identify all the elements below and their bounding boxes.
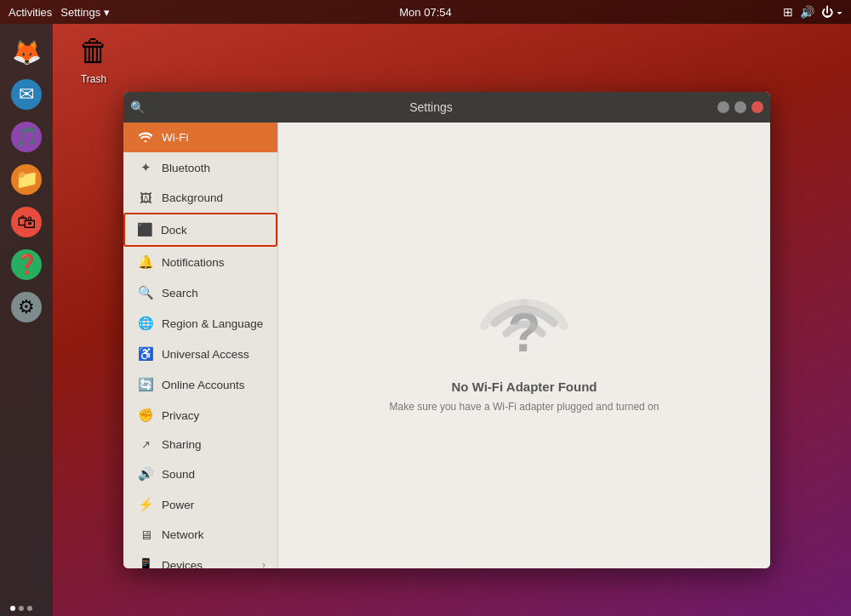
accounts-icon: 🔄 — [138, 377, 153, 392]
wifi-icon — [138, 130, 153, 145]
bluetooth-icon: ✦ — [138, 160, 153, 175]
topbar-right: ⊞ 🔊 ⏻ ▾ — [783, 5, 842, 19]
dot-1 — [10, 606, 15, 611]
search-icon[interactable]: 🔍 — [130, 100, 145, 114]
sidebar-item-network[interactable]: 🖥 Network — [123, 520, 277, 550]
settings-sidebar: Wi-Fi ✦ Bluetooth 🖼 Background ⬛ Dock 🔔 … — [123, 123, 278, 568]
sidebar-dock-label: Dock — [161, 224, 264, 237]
dock-item-mail[interactable]: ✉ — [7, 75, 46, 114]
window-controls — [717, 101, 763, 113]
desktop-icon-trash[interactable]: 🗑 Trash — [60, 24, 128, 92]
network-status-icon[interactable]: ⊞ — [783, 5, 793, 19]
sidebar-search-label: Search — [162, 287, 266, 299]
sidebar-item-sharing[interactable]: ↗ Sharing — [123, 431, 277, 459]
search-sidebar-icon: 🔍 — [138, 285, 153, 300]
taskbar-dots — [10, 606, 32, 611]
dock-icon: ⬛ — [137, 222, 152, 237]
dot-2 — [19, 606, 24, 611]
topbar-left: Activities Settings ▾ — [9, 6, 110, 19]
sidebar-item-sound[interactable]: 🔊 Sound — [123, 459, 277, 489]
sidebar-item-accounts[interactable]: 🔄 Online Accounts — [123, 369, 277, 400]
sidebar-sharing-label: Sharing — [162, 438, 266, 451]
sidebar-item-search[interactable]: 🔍 Search — [123, 277, 277, 308]
sidebar-region-label: Region & Language — [162, 317, 266, 330]
topbar: Activities Settings ▾ Mon 07:54 ⊞ 🔊 ⏻ ▾ — [0, 0, 851, 24]
dock-item-music[interactable]: 🎵 — [7, 117, 46, 157]
sidebar-item-wifi[interactable]: Wi-Fi — [123, 123, 277, 152]
trash-icon: 🗑 — [73, 31, 114, 71]
desktop-icons: 🗑 Trash — [60, 24, 128, 92]
sidebar-item-notifications[interactable]: 🔔 Notifications — [123, 247, 277, 277]
title-bar: 🔍 Settings — [123, 92, 770, 123]
settings-window: 🔍 Settings Wi-Fi ✦ Bluetooth 🖼 Backg — [123, 92, 770, 568]
settings-menu[interactable]: Settings ▾ — [60, 6, 110, 19]
sidebar-privacy-label: Privacy — [162, 409, 266, 422]
devices-arrow: › — [262, 559, 266, 568]
sidebar-item-bluetooth[interactable]: ✦ Bluetooth — [123, 152, 277, 183]
settings-content: ? No Wi-Fi Adapter Found Make sure you h… — [278, 123, 770, 568]
devices-icon: 📱 — [138, 557, 153, 568]
sidebar-network-label: Network — [162, 528, 266, 541]
sidebar-devices-label: Devices — [162, 559, 254, 569]
sound-icon: 🔊 — [138, 466, 153, 482]
no-wifi-subtitle: Make sure you have a Wi-Fi adapter plugg… — [390, 401, 660, 413]
minimize-button[interactable] — [717, 101, 729, 113]
sidebar-sound-label: Sound — [162, 468, 266, 481]
power-icon: ⚡ — [138, 497, 153, 512]
trash-label: Trash — [81, 73, 106, 85]
power-menu-icon[interactable]: ⏻ ▾ — [821, 5, 842, 19]
sidebar-item-region[interactable]: 🌐 Region & Language — [123, 308, 277, 339]
dock-item-firefox[interactable]: 🦊 — [7, 32, 46, 71]
sharing-icon: ↗ — [138, 438, 153, 451]
network-icon: 🖥 — [138, 528, 153, 542]
sidebar-item-universal[interactable]: ♿ Universal Access — [123, 339, 277, 369]
maximize-button[interactable] — [734, 101, 746, 113]
sidebar-universal-label: Universal Access — [162, 348, 266, 361]
clock: Mon 07:54 — [399, 6, 451, 19]
volume-icon[interactable]: 🔊 — [800, 5, 814, 19]
settings-body: Wi-Fi ✦ Bluetooth 🖼 Background ⬛ Dock 🔔 … — [123, 123, 770, 568]
sidebar-item-dock[interactable]: ⬛ Dock — [123, 213, 277, 247]
dock-item-tools[interactable]: ⚙ — [7, 288, 46, 327]
background-icon: 🖼 — [138, 191, 153, 205]
activities-button[interactable]: Activities — [9, 6, 52, 19]
dot-3 — [27, 606, 32, 611]
dock-item-software[interactable]: 🛍 — [7, 202, 46, 242]
sidebar-background-label: Background — [162, 191, 266, 204]
sidebar-notifications-label: Notifications — [162, 256, 266, 269]
sidebar-wifi-label: Wi-Fi — [162, 131, 266, 144]
dock-item-files[interactable]: 📁 — [7, 160, 46, 199]
no-wifi-title: No Wi-Fi Adapter Found — [452, 379, 597, 394]
no-wifi-container: ? No Wi-Fi Adapter Found Make sure you h… — [390, 279, 660, 413]
window-title: Settings — [151, 100, 711, 114]
sidebar-item-background[interactable]: 🖼 Background — [123, 183, 277, 213]
sidebar-item-privacy[interactable]: ✊ Privacy — [123, 400, 277, 431]
sidebar-item-power[interactable]: ⚡ Power — [123, 489, 277, 520]
notifications-icon: 🔔 — [138, 254, 153, 270]
no-wifi-icon: ? — [469, 279, 580, 373]
sidebar-bluetooth-label: Bluetooth — [162, 162, 266, 174]
universal-icon: ♿ — [138, 346, 153, 362]
region-icon: 🌐 — [138, 316, 153, 331]
sidebar-accounts-label: Online Accounts — [162, 379, 266, 391]
close-button[interactable] — [751, 101, 763, 113]
privacy-icon: ✊ — [138, 408, 153, 423]
dock-sidebar: 🦊 ✉ 🎵 📁 🛍 ❓ ⚙ — [0, 24, 53, 616]
dock-item-help[interactable]: ❓ — [7, 245, 46, 284]
sidebar-item-devices[interactable]: 📱 Devices › — [123, 550, 277, 568]
sidebar-power-label: Power — [162, 499, 266, 511]
